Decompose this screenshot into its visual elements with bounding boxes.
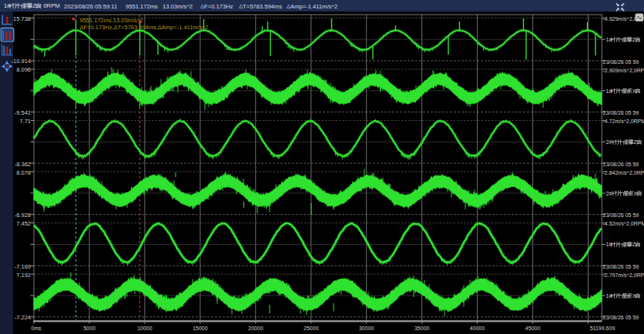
svg-text:X: X bbox=[632, 292, 636, 299]
svg-text:Z: Z bbox=[632, 241, 636, 248]
svg-text:X: X bbox=[632, 88, 636, 95]
svg-text:2#: 2# bbox=[606, 139, 612, 145]
svg-text:0RPM: 0RPM bbox=[42, 2, 60, 9]
svg-text:Z: Z bbox=[632, 36, 636, 43]
svg-text:Z: Z bbox=[32, 2, 36, 9]
svg-text:Z: Z bbox=[634, 139, 638, 145]
svg-text:X: X bbox=[634, 190, 638, 197]
svg-text:2#: 2# bbox=[606, 190, 612, 197]
